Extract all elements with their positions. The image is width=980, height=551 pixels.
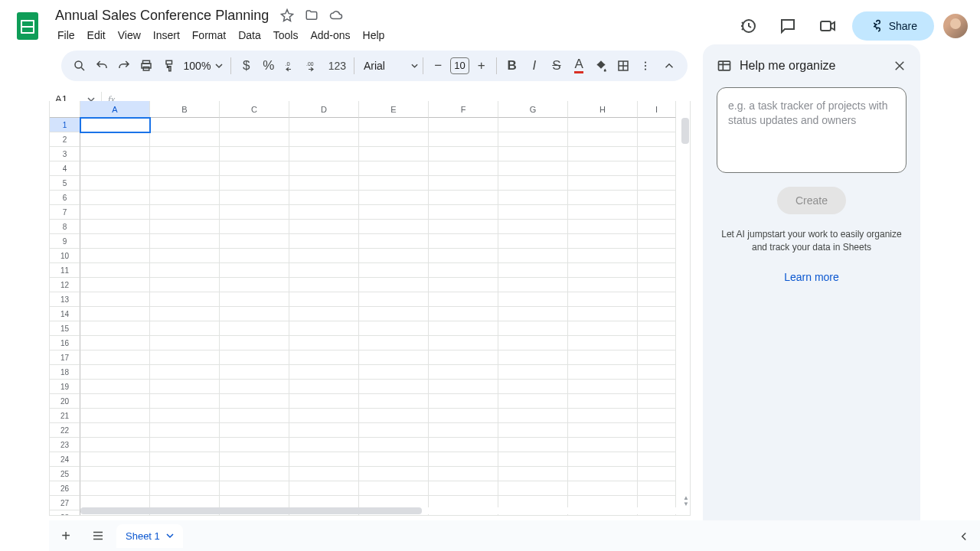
cell[interactable] <box>498 220 568 234</box>
cell[interactable] <box>220 205 289 220</box>
cell[interactable] <box>150 394 220 409</box>
strikethrough-button[interactable]: S <box>546 54 567 77</box>
cell[interactable] <box>638 263 676 278</box>
print-icon[interactable] <box>136 54 156 77</box>
cell[interactable] <box>150 292 220 307</box>
menu-insert[interactable]: Insert <box>148 26 185 44</box>
select-all-corner[interactable] <box>50 101 80 118</box>
cell[interactable] <box>429 481 498 496</box>
cell[interactable] <box>150 467 220 481</box>
cell[interactable] <box>359 161 429 176</box>
cell[interactable] <box>568 161 638 176</box>
row-header[interactable]: 21 <box>50 409 80 423</box>
column-header[interactable]: D <box>289 101 359 118</box>
menu-edit[interactable]: Edit <box>82 26 111 44</box>
format-123-button[interactable]: 123 <box>325 54 349 77</box>
cell[interactable] <box>80 205 150 220</box>
cell[interactable] <box>498 132 568 147</box>
doc-title[interactable]: Annual Sales Conference Planning <box>52 8 272 24</box>
cell[interactable] <box>568 438 638 452</box>
cell[interactable] <box>80 438 150 452</box>
cell[interactable] <box>498 176 568 191</box>
cell[interactable] <box>80 234 150 249</box>
cell[interactable] <box>429 321 498 336</box>
row-header[interactable]: 4 <box>50 161 80 176</box>
cell[interactable] <box>429 438 498 452</box>
cell[interactable] <box>220 481 289 496</box>
menu-file[interactable]: File <box>52 26 80 44</box>
currency-icon[interactable]: $ <box>236 54 256 77</box>
cell[interactable] <box>638 423 676 438</box>
cell[interactable] <box>498 205 568 220</box>
add-sheet-button[interactable]: + <box>52 522 80 549</box>
cell[interactable] <box>429 365 498 380</box>
cell[interactable] <box>150 205 220 220</box>
cell[interactable] <box>429 191 498 205</box>
cell[interactable] <box>429 278 498 292</box>
cell[interactable] <box>80 307 150 321</box>
row-header[interactable]: 24 <box>50 452 80 467</box>
cell[interactable] <box>498 263 568 278</box>
cell[interactable] <box>498 394 568 409</box>
cell[interactable] <box>220 321 289 336</box>
column-header[interactable]: G <box>498 101 568 118</box>
cell[interactable] <box>359 292 429 307</box>
cell[interactable] <box>568 118 638 132</box>
cell[interactable] <box>568 452 638 467</box>
cell[interactable] <box>638 132 676 147</box>
cell[interactable] <box>568 234 638 249</box>
cell[interactable] <box>289 292 359 307</box>
cell[interactable] <box>359 452 429 467</box>
font-family-dropdown[interactable]: Arial <box>359 60 410 72</box>
cell[interactable] <box>429 249 498 263</box>
cell[interactable] <box>80 321 150 336</box>
cell[interactable] <box>638 147 676 161</box>
cell[interactable] <box>220 118 289 132</box>
cell[interactable] <box>150 176 220 191</box>
cell[interactable] <box>568 321 638 336</box>
cell[interactable] <box>429 234 498 249</box>
organize-prompt-input[interactable] <box>717 87 906 173</box>
cell[interactable] <box>150 161 220 176</box>
cell[interactable] <box>359 263 429 278</box>
cell[interactable] <box>80 147 150 161</box>
cell[interactable] <box>220 249 289 263</box>
cell[interactable] <box>638 365 676 380</box>
cell[interactable] <box>638 220 676 234</box>
cell[interactable] <box>220 132 289 147</box>
cell[interactable] <box>150 380 220 394</box>
cell[interactable] <box>289 234 359 249</box>
cell[interactable] <box>638 191 676 205</box>
row-header[interactable]: 10 <box>50 249 80 263</box>
cell[interactable] <box>220 191 289 205</box>
horizontal-scrollbar[interactable] <box>80 507 690 514</box>
cell[interactable] <box>150 147 220 161</box>
cell[interactable] <box>289 423 359 438</box>
cell[interactable] <box>289 249 359 263</box>
cell[interactable] <box>638 205 676 220</box>
cell[interactable] <box>498 365 568 380</box>
menu-add-ons[interactable]: Add-ons <box>305 26 355 44</box>
row-header[interactable]: 15 <box>50 321 80 336</box>
cell[interactable] <box>638 176 676 191</box>
row-header[interactable]: 28 <box>50 510 80 516</box>
cell[interactable] <box>150 307 220 321</box>
cell[interactable] <box>429 161 498 176</box>
cell[interactable] <box>220 423 289 438</box>
cell[interactable] <box>80 452 150 467</box>
cell[interactable] <box>568 409 638 423</box>
decrease-decimal-icon[interactable]: .0 <box>280 54 301 77</box>
cell[interactable] <box>359 394 429 409</box>
cell[interactable] <box>80 249 150 263</box>
cell[interactable] <box>568 220 638 234</box>
decrease-font-size-icon[interactable]: − <box>428 54 449 77</box>
cell[interactable] <box>220 292 289 307</box>
cell[interactable] <box>80 132 150 147</box>
cell[interactable] <box>80 278 150 292</box>
cell[interactable] <box>568 292 638 307</box>
cell[interactable] <box>289 263 359 278</box>
font-size-input[interactable]: 10 <box>450 57 470 74</box>
cell[interactable] <box>638 336 676 350</box>
cell[interactable] <box>220 336 289 350</box>
cell[interactable] <box>80 467 150 481</box>
